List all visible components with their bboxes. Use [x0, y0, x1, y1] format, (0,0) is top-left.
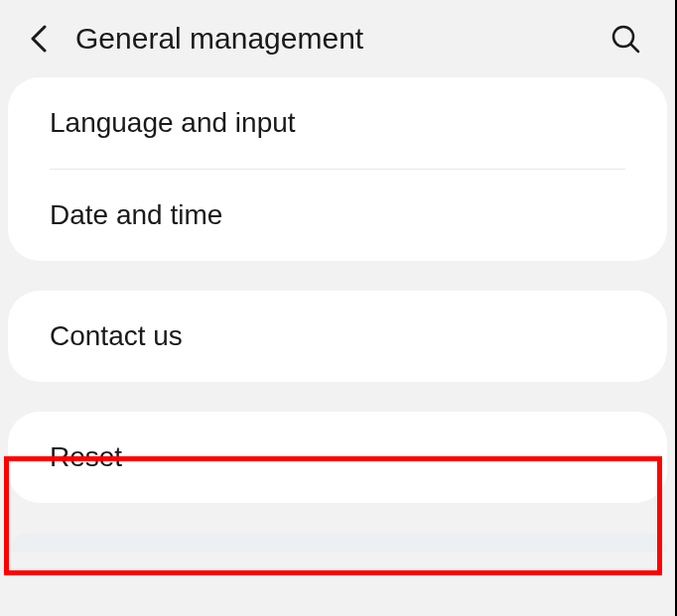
settings-group-1: Language and input Date and time	[8, 77, 667, 261]
list-item-label: Language and input	[50, 107, 296, 138]
chevron-left-icon	[28, 25, 52, 53]
search-icon	[610, 24, 640, 54]
list-item-date-and-time[interactable]: Date and time	[8, 170, 667, 261]
list-item-label: Date and time	[50, 199, 222, 230]
list-item-language-and-input[interactable]: Language and input	[8, 77, 667, 169]
search-button[interactable]	[604, 17, 647, 61]
settings-group-4-partial	[8, 533, 667, 553]
list-item-reset[interactable]: Reset	[8, 412, 667, 503]
list-item-label: Reset	[50, 441, 122, 472]
header: General management	[0, 0, 675, 77]
list-item-label: Contact us	[50, 320, 183, 351]
svg-line-1	[631, 45, 638, 52]
svg-point-0	[613, 27, 633, 47]
back-button[interactable]	[18, 17, 62, 61]
settings-group-2: Contact us	[8, 291, 667, 382]
settings-group-3: Reset	[8, 412, 667, 503]
list-item-contact-us[interactable]: Contact us	[8, 291, 667, 382]
page-title: General management	[75, 22, 604, 56]
